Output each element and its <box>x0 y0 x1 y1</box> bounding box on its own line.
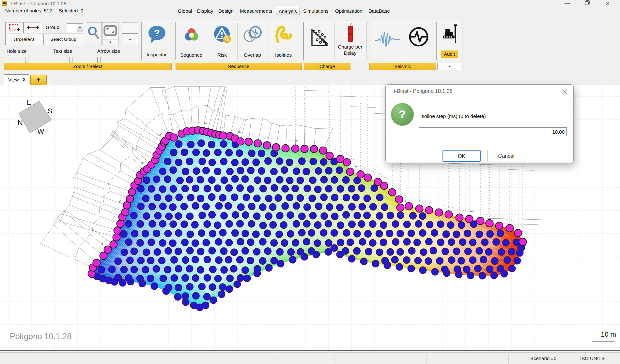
hole-size-label: Hole size <box>7 48 27 54</box>
tab-view[interactable]: View x <box>4 74 29 85</box>
fit-view-button[interactable] <box>102 22 118 39</box>
cancel-button[interactable]: Cancel <box>487 150 525 162</box>
pulse-circle-icon <box>409 27 429 47</box>
group-dropdown-arrow-icon[interactable]: ▼ <box>77 24 83 32</box>
svg-text:E: E <box>26 98 31 106</box>
overlap-button[interactable]: Overlap <box>237 22 268 59</box>
zoom-out-button[interactable]: - <box>122 34 138 45</box>
maximize-button[interactable] <box>580 0 595 6</box>
text-size-slider-thumb[interactable] <box>69 57 72 63</box>
toolbar-more-button[interactable]: ▼ <box>437 63 462 70</box>
menu-simulations[interactable]: Simulations <box>301 7 331 15</box>
seismic-group-bar: Seismic <box>369 63 436 70</box>
menu-database[interactable]: DataBase <box>366 7 393 15</box>
menu-display[interactable]: Display <box>194 7 216 15</box>
scenario-label: Scenario #0 <box>530 356 556 361</box>
ok-button[interactable]: OK <box>442 150 481 162</box>
hole-size-slider-thumb[interactable] <box>25 57 28 63</box>
sequence-button[interactable]: Sequence <box>176 22 207 59</box>
unselect-button[interactable]: UnSelect <box>6 34 42 45</box>
charge-group-bar: Charge <box>304 63 350 70</box>
tab-close-icon[interactable]: x <box>23 77 25 82</box>
menu-bar: Number of holes: 512 Selected: 0 Global … <box>0 7 620 16</box>
tab-add-button[interactable]: + <box>30 75 47 85</box>
inspector-button[interactable]: ? Inspector <box>141 22 172 60</box>
tab-view-label: View <box>8 77 19 82</box>
isolines-label: Isolines <box>268 52 299 58</box>
charge-per-delay-button[interactable]: Charge perDelay <box>334 22 366 59</box>
zoom-in-button[interactable]: + <box>122 22 138 34</box>
audit-label: Audit <box>441 51 458 58</box>
holes-count-label: Number of holes: 512 <box>5 8 52 13</box>
dynamite-icon <box>345 23 356 43</box>
sequence-label: Sequence <box>176 52 207 58</box>
dialog-title: I-Blast - Polígono 10.1.28 <box>394 88 453 94</box>
magnifier-icon <box>87 26 100 41</box>
rect-select-icon <box>8 23 21 32</box>
status-bar: Scenario #0 ISO UNITS <box>0 352 620 364</box>
measure-button[interactable] <box>23 22 42 33</box>
seismic-wave-icon <box>374 31 400 50</box>
sequence-rgb-icon <box>184 27 199 42</box>
menu-global[interactable]: Global <box>175 7 194 15</box>
tab-row: View x + <box>0 70 620 85</box>
audit-button[interactable]: Audit <box>436 22 462 60</box>
svg-text:S: S <box>48 107 53 115</box>
menu-design[interactable]: Design <box>216 7 236 15</box>
charge-per-delay-label: Charge per <box>338 44 362 50</box>
seismic-wave-button[interactable] <box>372 22 402 59</box>
title-bar: I-Blast - Polígono 10.1.28 <box>0 0 620 7</box>
svg-text:?: ? <box>154 27 160 38</box>
minimize-button[interactable] <box>560 0 574 6</box>
text-size-label: Text size <box>53 48 72 54</box>
minimize-icon <box>565 3 570 4</box>
isolines-button[interactable]: Isolines <box>268 22 299 59</box>
selected-count-label: Selected: 0 <box>59 8 83 13</box>
arrow-size-slider[interactable] <box>97 60 135 60</box>
audit-drill-icon <box>442 24 458 43</box>
inspector-bubble-icon: ? <box>148 24 166 45</box>
text-size-slider[interactable] <box>54 60 94 60</box>
fit-view-dropdown[interactable]: ▼ <box>102 39 118 45</box>
dialog-message: Isoline step (ms) (0 to delete) : <box>420 113 488 119</box>
risk-label: Risk <box>207 52 237 58</box>
zoom-select-group-bar: Zoom / Select <box>4 63 172 70</box>
question-icon: ? <box>391 103 414 126</box>
overlap-label: Overlap <box>237 52 268 58</box>
select-group-button[interactable]: Select Group <box>43 34 83 45</box>
fit-view-icon <box>103 25 117 36</box>
compass: ESNW <box>18 98 52 136</box>
hole-size-slider[interactable] <box>7 60 51 60</box>
arrow-size-slider-thumb[interactable] <box>97 57 101 63</box>
charge-chart-icon <box>309 27 330 48</box>
inspector-label: Inspector <box>141 52 172 57</box>
chevron-down-icon: ▼ <box>448 65 451 68</box>
charge-chart-button[interactable] <box>304 22 334 59</box>
dialog-close-icon[interactable] <box>561 88 569 95</box>
arrow-size-label: Arrow size <box>97 48 120 54</box>
menu-measurements[interactable]: Measurements <box>237 7 275 15</box>
isoline-step-input[interactable] <box>419 127 567 136</box>
plus-icon: + <box>37 76 40 83</box>
measure-icon <box>26 24 39 31</box>
group-dropdown[interactable]: ▼ <box>67 23 83 32</box>
seismic-monitor-button[interactable] <box>403 22 434 59</box>
svg-text:W: W <box>38 127 44 136</box>
scale-bar <box>592 342 614 342</box>
menu-optimization[interactable]: Optimization <box>333 7 365 15</box>
toolbar: UnSelect Group ▼ Select Group ▼ + - Hole… <box>0 16 620 70</box>
close-button[interactable] <box>600 0 615 6</box>
zoom-tool-button[interactable] <box>86 22 101 45</box>
canvas-watermark: Polígono 10.1.28 <box>10 332 71 341</box>
sequence-group-bar: Sequence <box>176 63 302 70</box>
window-title: I-Blast - Polígono 10.1.28 <box>11 1 66 6</box>
risk-button[interactable]: Risk <box>207 22 237 59</box>
close-icon <box>605 1 610 6</box>
rect-select-button[interactable] <box>6 22 23 33</box>
isoline-dialog: I-Blast - Polígono 10.1.28 ? Isoline ste… <box>385 84 574 163</box>
svg-text:N: N <box>18 119 23 127</box>
group-label: Group <box>46 24 59 30</box>
menu-analysis[interactable]: Analysis <box>276 7 300 15</box>
overlap-clocks-icon <box>242 26 263 43</box>
scale-label: 10 m <box>588 330 616 338</box>
